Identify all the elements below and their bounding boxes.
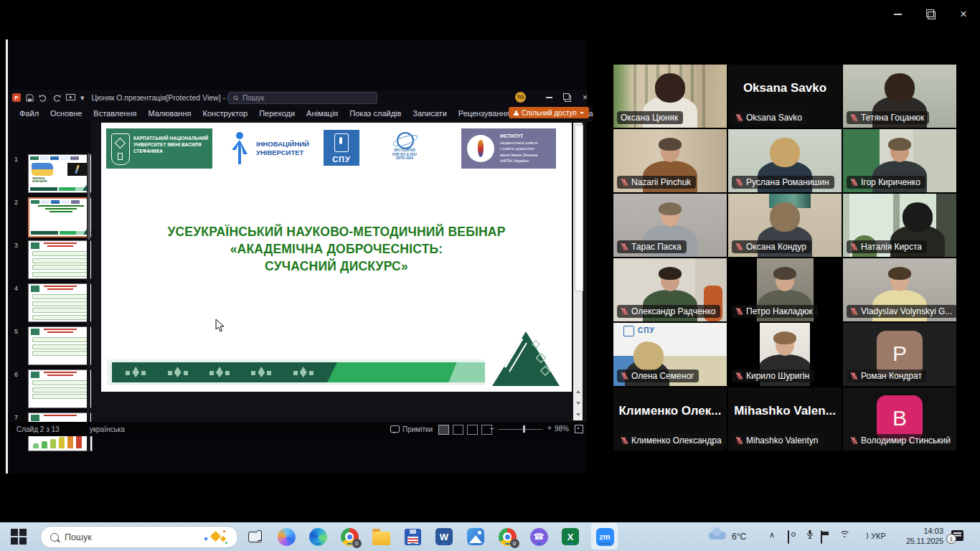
mic-muted-icon [621,242,628,251]
participant-tile[interactable]: Олександр Радченко [613,258,727,321]
file-explorer-button[interactable] [372,527,390,546]
redo-icon [52,94,61,102]
tray-time: 14:03 [895,526,943,536]
participant-tile[interactable]: Тарас Паска [613,194,727,257]
cast-icon[interactable] [788,531,789,544]
participant-name-label: Петро Накладюк [732,305,818,318]
mic-muted-icon [850,307,858,316]
slide-editing-area: КАРПАТСЬКИЙ НАЦІОНАЛЬНИЙ УНІВЕРСИТЕТ ІМЕ… [91,121,587,422]
clock[interactable]: 14:03 25.11.2025 [895,526,943,546]
participant-tile[interactable]: Mihashko Valen... Mihashko Valentyn [728,387,842,451]
customize-qat-icon[interactable]: ▾ [80,94,85,102]
participant-name-label: Олена Семеног [617,369,699,382]
shared-screen[interactable]: P ▾ Цюняк О.презентація[Protected View] … [6,39,587,474]
excel-button[interactable]: X [561,527,580,546]
participant-tile[interactable]: Oksana Savko Oksana Savko [728,65,842,128]
photos-button[interactable] [466,527,485,546]
pen-emblem-icon [334,133,349,152]
participant-display-name: Клименко Олек... [613,404,727,418]
windows-taskbar: Пошук 0 W 0 ☎ X zm 6°C ∧ УКР [0,522,980,551]
ppt-status-bar: Слайд 2 з 13 українська Примітки – + 98% [8,422,587,436]
notification-center-button[interactable]: 1 [951,530,963,541]
participant-tile[interactable]: Тетяна Гоцанюк [843,65,956,128]
mouse-cursor [215,319,225,332]
mic-muted-icon [621,178,628,187]
participant-tile[interactable]: Кирило Шуригін [728,323,842,386]
tab-review: Рецензування [453,109,516,118]
participant-tile[interactable]: Клименко Олек... Клименко Олександра [613,387,727,451]
task-view-button[interactable] [245,527,264,546]
ukraine-map-thumb [32,163,53,176]
viber-button[interactable]: ☎ [529,527,548,546]
keyboard-language[interactable]: УКР [871,532,886,540]
zoom-slider-track [499,429,543,430]
microphone-icon[interactable] [806,529,814,542]
spu-bg-text: СПУ [638,326,655,334]
tray-chevron-up[interactable]: ∧ [769,530,775,540]
tray-date: 25.11.2025 [895,536,943,546]
tab-insert: Вставлення [88,109,142,118]
ornament-motif [166,364,190,380]
battery-icon[interactable] [821,531,822,544]
thumbnail-scrollbar [87,152,90,452]
ppt-restore-button [558,90,576,105]
restore-button[interactable] [920,6,941,23]
word-button[interactable]: W [435,527,453,546]
participant-tile[interactable]: СПУ Олена Семеног [613,323,727,386]
copilot-icon [278,528,296,546]
mic-muted-icon [621,372,628,380]
start-button[interactable] [9,527,28,546]
file-explorer-icon [372,532,390,545]
thumb-number: 5 [14,328,24,335]
account-avatar: ТО [515,92,526,103]
chrome-button[interactable]: 0 [340,527,359,546]
ppt-share-button: Спільний доступ [509,107,589,118]
participant-tile[interactable]: В Володимир Стинський [843,387,956,451]
tab-transitions: Переходи [253,109,301,118]
participant-name-label: Роман Кондрат [847,369,927,382]
taskbar-search-input[interactable]: Пошук [40,526,238,548]
powerpoint-app-icon: P [12,93,21,102]
thumb-number: 2 [14,199,24,206]
participant-tile[interactable]: Ігор Кириченко [843,129,956,192]
copilot-button[interactable] [277,527,296,546]
orbit-globe-icon [394,130,415,149]
total-commander-button[interactable] [403,527,422,546]
participant-name-label: Кирило Шуригін [732,369,814,382]
university-emblem-icon [111,133,130,165]
participant-tile[interactable]: Nazarii Pinchuk [613,129,727,192]
participant-tile[interactable]: Р Роман Кондрат [843,323,956,386]
spu-logo: СПУ [324,130,359,166]
participant-tile[interactable]: Руслана Романишин [728,129,842,192]
participant-tile[interactable]: Vladyslav Volynskyi G... [843,258,956,321]
minimize-button[interactable] [887,6,908,23]
zoom-app-button[interactable]: zm [595,527,614,546]
ornament-motif [207,364,232,380]
ornament-motif [291,364,316,380]
weather-icon[interactable] [709,529,727,544]
precarpathian-university-logo: КАРПАТСЬКИЙ НАЦІОНАЛЬНИЙ УНІВЕРСИТЕТ ІМЕ… [106,128,212,169]
mic-muted-icon [735,113,743,122]
chrome-badge: 0 [510,539,519,548]
participant-name-label: Тарас Паска [617,240,687,253]
close-button[interactable]: × [953,6,974,23]
institute-emblem-icon [467,135,494,162]
participant-tile[interactable]: Оксана Цюняк [613,65,727,128]
slide-canvas: КАРПАТСЬКИЙ НАЦІОНАЛЬНИЙ УНІВЕРСИТЕТ ІМЕ… [101,123,572,392]
chrome-profile2-button[interactable]: 0 [498,527,517,546]
mic-muted-icon [735,372,743,380]
edge-button[interactable] [308,527,327,546]
mic-muted-icon [621,307,628,316]
participant-tile[interactable]: Петро Накладюк [728,258,842,321]
zoom-meeting-window: × P ▾ Цюняк О.презентація[Protected View… [0,0,980,551]
slide-counter: Слайд 2 з 13 [17,425,60,433]
participant-tile[interactable]: Оксана Кондур [728,194,842,257]
search-icon [233,95,239,101]
temperature-label[interactable]: 6°C [732,532,746,542]
notes-toggle: Примітки [390,425,433,433]
participant-tile[interactable]: Наталія Кирста [843,194,956,257]
triangle-logo [485,326,566,392]
start-slideshow-icon [66,94,75,102]
undo-icon [39,94,47,102]
thumb-number: 4 [14,285,24,292]
